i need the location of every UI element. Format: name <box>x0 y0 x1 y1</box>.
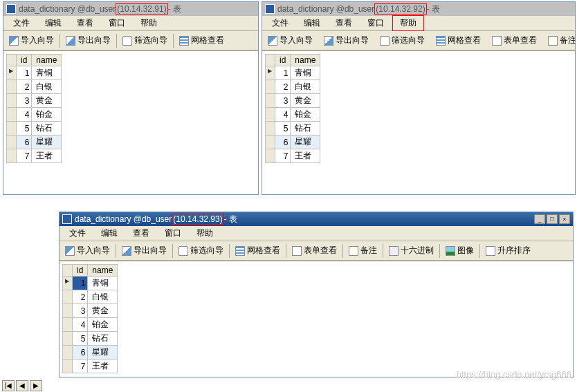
cell-id[interactable]: 7 <box>275 149 291 163</box>
maximize-button[interactable]: □ <box>547 214 558 224</box>
cell-name[interactable]: 星耀 <box>32 136 62 149</box>
toolbtn-grid[interactable]: 网格查看 <box>433 33 484 48</box>
row-selector[interactable] <box>266 108 275 122</box>
row-selector[interactable] <box>7 122 17 136</box>
cell-id[interactable]: 4 <box>73 318 88 332</box>
col-name[interactable]: name <box>291 55 320 66</box>
row-selector[interactable] <box>63 277 73 290</box>
table-row[interactable]: 7王者 <box>266 149 320 163</box>
menu-4[interactable]: 帮助 <box>134 16 164 30</box>
cell-name[interactable]: 铂金 <box>88 318 118 332</box>
cell-name[interactable]: 黄金 <box>88 304 118 318</box>
menu-0[interactable]: 文件 <box>6 16 37 30</box>
toolbtn-filter[interactable]: 筛选向导 <box>377 33 428 48</box>
toolbtn-form[interactable]: 表单查看 <box>289 243 340 258</box>
table-row[interactable]: 3黄金 <box>7 94 62 108</box>
menu-0[interactable]: 文件 <box>265 16 295 30</box>
menu-2[interactable]: 查看 <box>329 16 359 30</box>
menu-4[interactable]: 帮助 <box>190 226 220 241</box>
menu-1[interactable]: 编辑 <box>38 16 68 30</box>
menu-4[interactable]: 帮助 <box>392 15 424 31</box>
toolbtn-import[interactable]: 导入向导 <box>62 243 113 258</box>
menu-1[interactable]: 编辑 <box>94 226 125 241</box>
cell-name[interactable]: 白银 <box>32 80 62 94</box>
table-row[interactable]: 6星耀 <box>63 346 118 360</box>
nav-prev[interactable]: ◀ <box>16 380 28 391</box>
cell-name[interactable]: 钻石 <box>32 122 62 136</box>
corner-cell[interactable] <box>63 265 73 277</box>
col-name[interactable]: name <box>88 265 118 277</box>
row-selector[interactable] <box>7 108 17 122</box>
nav-first[interactable]: |◀ <box>2 380 15 391</box>
table-row[interactable]: 2白银 <box>7 80 62 94</box>
cell-name[interactable]: 钻石 <box>88 332 118 346</box>
cell-name[interactable]: 星耀 <box>88 346 118 360</box>
cell-id[interactable]: 4 <box>17 108 32 122</box>
table-row[interactable]: 7王者 <box>63 360 118 373</box>
table-row[interactable]: 4铂金 <box>266 108 320 122</box>
toolbtn-export[interactable]: 导出向导 <box>321 33 372 48</box>
cell-id[interactable]: 2 <box>73 290 88 304</box>
table-row[interactable]: 3黄金 <box>63 304 118 318</box>
table-row[interactable]: 5钻石 <box>266 122 320 136</box>
cell-id[interactable]: 5 <box>17 122 32 136</box>
table-row[interactable]: 7王者 <box>7 149 62 163</box>
titlebar[interactable]: data_dictionary @db_user (10.14.32.92) -… <box>262 2 575 16</box>
cell-id[interactable]: 5 <box>275 122 291 136</box>
data-grid[interactable]: idname1青铜2白银3黄金4铂金5钻石6星耀7王者 <box>265 54 320 163</box>
cell-id[interactable]: 6 <box>73 346 88 360</box>
row-selector[interactable] <box>7 94 17 108</box>
menu-1[interactable]: 编辑 <box>297 16 327 30</box>
corner-cell[interactable] <box>266 55 275 66</box>
cell-id[interactable]: 4 <box>275 108 291 122</box>
row-selector[interactable] <box>7 66 17 80</box>
col-id[interactable]: id <box>275 55 291 66</box>
toolbtn-img[interactable]: 图像 <box>443 243 477 258</box>
row-selector[interactable] <box>7 136 17 149</box>
cell-id[interactable]: 6 <box>275 136 291 149</box>
table-row[interactable]: 1青铜 <box>7 66 62 80</box>
cell-name[interactable]: 铂金 <box>291 108 320 122</box>
toolbtn-filter[interactable]: 筛选向导 <box>176 243 226 258</box>
row-selector[interactable] <box>266 149 275 163</box>
cell-name[interactable]: 黄金 <box>32 94 62 108</box>
cell-name[interactable]: 青铜 <box>32 66 62 80</box>
toolbtn-note[interactable]: 备注 <box>346 243 380 258</box>
menu-2[interactable]: 查看 <box>70 16 100 30</box>
close-button[interactable]: × <box>559 214 570 224</box>
minimize-button[interactable]: _ <box>534 214 545 224</box>
menu-3[interactable]: 窗口 <box>360 16 391 30</box>
row-selector[interactable] <box>63 332 73 346</box>
toolbtn-import[interactable]: 导入向导 <box>6 33 57 48</box>
cell-name[interactable]: 钻石 <box>291 122 320 136</box>
toolbtn-grid[interactable]: 网格查看 <box>176 33 227 48</box>
titlebar[interactable]: data_dictionary @db_user (10.14.32.93) -… <box>59 212 573 226</box>
table-row[interactable]: 1青铜 <box>63 277 118 290</box>
table-row[interactable]: 4铂金 <box>7 108 62 122</box>
cell-name[interactable]: 白银 <box>291 80 320 94</box>
row-selector[interactable] <box>266 80 275 94</box>
menu-2[interactable]: 查看 <box>126 226 156 241</box>
toolbtn-export[interactable]: 导出向导 <box>119 243 170 258</box>
cell-name[interactable]: 白银 <box>88 290 118 304</box>
row-selector[interactable] <box>266 136 275 149</box>
table-row[interactable]: 2白银 <box>266 80 320 94</box>
toolbtn-export[interactable]: 导出向导 <box>63 33 113 48</box>
toolbtn-import[interactable]: 导入向导 <box>265 33 315 48</box>
titlebar[interactable]: data_dictionary @db_user (10.14.32.91) -… <box>3 2 258 16</box>
cell-id[interactable]: 3 <box>73 304 88 318</box>
cell-id[interactable]: 2 <box>17 80 32 94</box>
toolbtn-form[interactable]: 表单查看 <box>489 33 540 48</box>
cell-name[interactable]: 王者 <box>88 360 118 373</box>
table-row[interactable]: 5钻石 <box>7 122 62 136</box>
toolbtn-note[interactable]: 备注 <box>545 33 575 48</box>
menu-3[interactable]: 窗口 <box>158 226 188 241</box>
cell-name[interactable]: 王者 <box>32 149 62 163</box>
cell-name[interactable]: 王者 <box>291 149 320 163</box>
toolbtn-sort[interactable]: 升序排序 <box>483 243 533 258</box>
row-selector[interactable] <box>63 290 73 304</box>
cell-id[interactable]: 5 <box>73 332 88 346</box>
table-row[interactable]: 6星耀 <box>7 136 62 149</box>
cell-id[interactable]: 1 <box>73 277 88 290</box>
cell-id[interactable]: 3 <box>275 94 291 108</box>
